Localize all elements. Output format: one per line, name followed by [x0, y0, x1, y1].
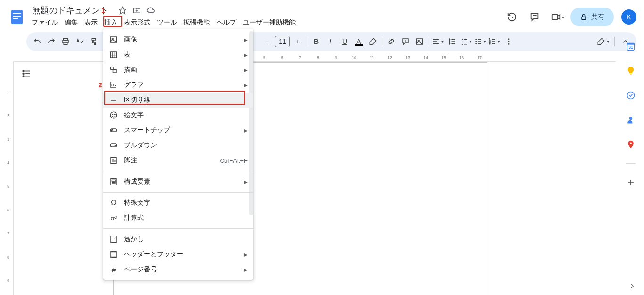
- menu-item-image[interactable]: 画像▶: [103, 32, 253, 47]
- image-icon: [109, 35, 118, 44]
- menu-extensions[interactable]: 拡張機能: [180, 17, 213, 29]
- document-title[interactable]: 無題のドキュメント: [28, 4, 112, 17]
- underline-button[interactable]: U: [338, 35, 351, 48]
- menu-item-footnote[interactable]: 脚注Ctrl+Alt+F: [103, 153, 253, 168]
- numbered-list-button[interactable]: 123▼: [488, 35, 501, 48]
- insert-menu-dropdown: 画像▶ 表▶ 描画▶ グラフ▶ 区切り線 絵文字 スマートチップ▶ プルダウン …: [103, 29, 253, 280]
- svg-rect-25: [113, 69, 117, 73]
- svg-rect-41: [627, 43, 635, 44]
- menu-edit[interactable]: 編集: [61, 17, 81, 29]
- svg-point-14: [476, 43, 477, 44]
- menu-item-page-number[interactable]: #ページ番号▶: [103, 262, 253, 277]
- svg-point-45: [629, 117, 633, 120]
- svg-point-30: [112, 130, 113, 131]
- move-icon[interactable]: [131, 5, 142, 16]
- svg-rect-31: [110, 144, 117, 147]
- svg-rect-35: [111, 236, 116, 243]
- chart-icon: [109, 80, 118, 90]
- vertical-ruler[interactable]: 1 2 3 4 5 6 7 8 9: [6, 61, 14, 295]
- menu-tools[interactable]: ツール: [154, 17, 180, 29]
- menu-item-special-chars[interactable]: Ω特殊文字: [103, 195, 253, 211]
- font-size-input[interactable]: 11: [275, 36, 290, 47]
- keep-addon-icon[interactable]: [621, 61, 640, 80]
- table-icon: [109, 50, 118, 59]
- meet-icon[interactable]: ▾: [548, 8, 567, 26]
- tasks-addon-icon[interactable]: [621, 86, 640, 105]
- paint-format-button[interactable]: [87, 35, 100, 48]
- print-button[interactable]: [59, 35, 72, 48]
- spellcheck-button[interactable]: [73, 35, 86, 48]
- editing-mode-button[interactable]: ▼: [597, 35, 610, 48]
- highlight-button[interactable]: [366, 35, 380, 48]
- menu-item-horizontal-rule[interactable]: 区切り線: [103, 93, 253, 108]
- svg-rect-2: [13, 16, 21, 17]
- get-addons-button[interactable]: [621, 173, 640, 192]
- menu-item-header-footer[interactable]: ヘッダーとフッター▶: [103, 247, 253, 262]
- header: 無題のドキュメント ファイル 編集 表示 挿入 表示形式 ツール 拡張機能 ヘル…: [0, 0, 644, 30]
- docs-logo[interactable]: [8, 8, 26, 26]
- menu-item-table[interactable]: 表▶: [103, 47, 253, 62]
- share-button[interactable]: 共有: [570, 8, 614, 26]
- watermark-icon: [109, 235, 118, 244]
- menu-item-emoji[interactable]: 絵文字: [103, 108, 253, 123]
- menu-file[interactable]: ファイル: [28, 17, 61, 29]
- comments-icon[interactable]: [525, 8, 544, 26]
- svg-text:31: 31: [628, 45, 633, 50]
- menu-item-watermark[interactable]: 透かし: [103, 232, 253, 247]
- bold-button[interactable]: B: [310, 35, 323, 48]
- menu-insert[interactable]: 挿入: [101, 17, 121, 29]
- svg-point-26: [110, 112, 117, 118]
- outline-toggle-button[interactable]: [19, 66, 34, 81]
- menu-item-smartchip[interactable]: スマートチップ▶: [103, 123, 253, 138]
- link-button[interactable]: [385, 35, 398, 48]
- svg-point-37: [23, 70, 24, 72]
- lock-icon: [580, 13, 587, 21]
- svg-point-46: [630, 142, 632, 144]
- undo-button[interactable]: [31, 35, 44, 48]
- svg-rect-33: [111, 178, 116, 185]
- cloud-icon[interactable]: [145, 5, 157, 16]
- side-panel: 31: [618, 33, 644, 295]
- svg-point-12: [476, 39, 477, 40]
- svg-rect-6: [582, 17, 586, 19]
- bullet-list-button[interactable]: ▼: [474, 35, 487, 48]
- history-icon[interactable]: [503, 8, 521, 26]
- menu-item-blocks[interactable]: 構成要素▶: [103, 174, 253, 189]
- menu-accessibility[interactable]: ユーザー補助機能: [239, 17, 299, 29]
- menu-item-drawing[interactable]: 描画▶: [103, 62, 253, 77]
- add-comment-button[interactable]: [399, 35, 412, 48]
- svg-rect-1: [13, 13, 21, 14]
- font-size-plus[interactable]: +: [291, 35, 305, 48]
- italic-button[interactable]: I: [324, 35, 337, 48]
- menu-item-chart[interactable]: グラフ▶: [103, 77, 253, 93]
- insert-image-button[interactable]: [413, 35, 426, 48]
- svg-rect-23: [110, 52, 117, 58]
- text-color-button[interactable]: A: [352, 35, 365, 48]
- equation-icon: π²: [109, 213, 118, 223]
- align-button[interactable]: ▼: [431, 35, 445, 48]
- svg-point-18: [508, 38, 510, 40]
- more-button[interactable]: [502, 35, 515, 48]
- menu-view[interactable]: 表示: [81, 17, 101, 29]
- svg-marker-4: [119, 7, 126, 14]
- contacts-addon-icon[interactable]: [621, 110, 640, 129]
- blocks-icon: [109, 177, 118, 186]
- menu-item-equation[interactable]: π²計算式: [103, 211, 253, 226]
- menu-help[interactable]: ヘルプ: [213, 17, 239, 29]
- menu-format[interactable]: 表示形式: [121, 17, 154, 29]
- share-label: 共有: [591, 13, 604, 21]
- menu-item-pulldown[interactable]: プルダウン: [103, 138, 253, 153]
- checklist-button[interactable]: ▼: [460, 35, 473, 48]
- line-spacing-button[interactable]: [446, 35, 459, 48]
- pagenum-icon: #: [109, 265, 118, 274]
- avatar[interactable]: K: [621, 9, 636, 25]
- hide-side-panel-button[interactable]: [628, 282, 636, 290]
- star-icon[interactable]: [117, 5, 128, 16]
- calendar-addon-icon[interactable]: 31: [621, 37, 640, 56]
- header-icon: [109, 250, 118, 259]
- svg-point-38: [23, 73, 24, 75]
- maps-addon-icon[interactable]: [621, 135, 640, 154]
- svg-rect-5: [552, 15, 557, 20]
- redo-button[interactable]: [45, 35, 58, 48]
- font-size-minus[interactable]: −: [260, 35, 273, 48]
